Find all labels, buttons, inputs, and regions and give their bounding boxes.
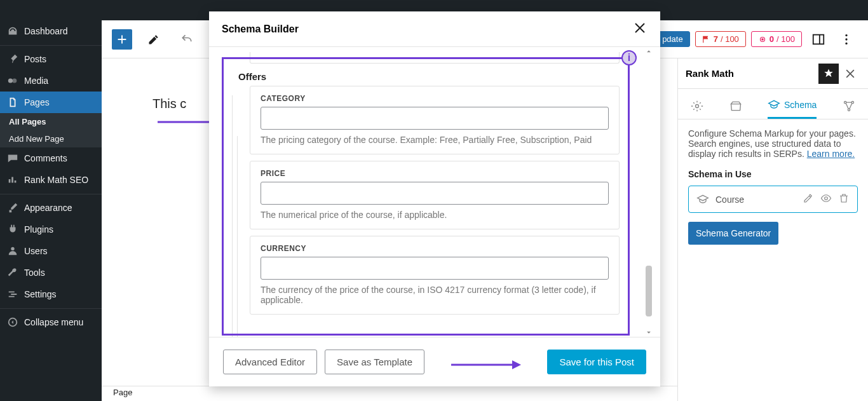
update-button[interactable]: pdate	[655, 31, 690, 47]
sidebar-item-rankmath[interactable]: Rank Math SEO	[0, 169, 102, 191]
category-label: CATEGORY	[261, 94, 609, 103]
currency-input[interactable]	[261, 257, 609, 280]
advanced-editor-button[interactable]: Advanced Editor	[223, 350, 317, 374]
sidebar-subitem-all-pages[interactable]: All Pages	[0, 113, 102, 130]
tab-links[interactable]	[843, 89, 855, 119]
sidebar-item-posts[interactable]: Posts	[0, 48, 102, 70]
sidebar-label: Tools	[24, 268, 45, 278]
collapse-icon	[6, 316, 19, 328]
price-input[interactable]	[261, 182, 609, 205]
target-icon	[758, 35, 767, 44]
sidebar-item-collapse[interactable]: Collapse menu	[0, 311, 102, 333]
sidebar-item-appearance[interactable]: Appearance	[0, 197, 102, 219]
rankmath-panel: Rank Math Schema Configure Schema Markup…	[677, 58, 868, 401]
user-icon	[6, 245, 19, 257]
category-input[interactable]	[261, 107, 609, 130]
schema-card-label: Course	[715, 194, 796, 205]
seo-score-1[interactable]: 7 / 100	[695, 31, 746, 47]
undo-icon[interactable]	[175, 28, 198, 51]
panel-tabs: Schema	[678, 89, 868, 119]
sidebar-label: Collapse menu	[24, 317, 83, 327]
sidebar-item-pages[interactable]: Pages	[0, 92, 102, 113]
sidebar-label: Posts	[24, 54, 46, 64]
brush-icon	[6, 202, 19, 214]
svg-point-14	[848, 109, 850, 111]
content-paragraph: This c	[153, 97, 186, 111]
currency-label: CURRENCY	[261, 244, 609, 253]
panel-title: Rank Math	[686, 68, 734, 79]
sidebar-item-comments[interactable]: Comments	[0, 147, 102, 169]
svg-point-8	[845, 34, 847, 36]
pin-icon	[6, 53, 19, 65]
svg-rect-6	[813, 34, 824, 44]
price-label: PRICE	[261, 169, 609, 178]
svg-point-11	[696, 104, 699, 107]
category-help: The pricing category of the course. Exam…	[261, 135, 609, 145]
scrollbar-thumb[interactable]	[646, 266, 652, 316]
sidebar-label: Settings	[24, 289, 57, 299]
preview-schema-button[interactable]	[820, 193, 832, 206]
schema-generator-button[interactable]: Schema Generator	[688, 222, 778, 245]
sidebar-item-tools[interactable]: Tools	[0, 262, 102, 283]
tab-general[interactable]	[691, 89, 703, 119]
comments-icon	[6, 153, 19, 164]
course-icon	[696, 193, 709, 206]
sliders-icon	[6, 289, 19, 300]
sidebar-label: Appearance	[24, 203, 72, 213]
schema-card-course: Course	[688, 186, 858, 213]
sidebar-item-users[interactable]: Users	[0, 240, 102, 262]
currency-field-group: CURRENCY The currency of the price of th…	[250, 236, 620, 315]
currency-help: The currency of the price of the course,…	[261, 285, 609, 305]
save-as-template-button[interactable]: Save as Template	[325, 350, 424, 374]
save-for-post-button[interactable]: Save for this Post	[547, 350, 646, 374]
offers-section-title: Offers	[238, 71, 642, 82]
star-button[interactable]	[818, 64, 839, 84]
sidebar-subitems: All Pages Add New Page	[0, 113, 102, 147]
svg-point-0	[8, 78, 13, 83]
delete-schema-button[interactable]	[838, 193, 850, 206]
wp-admin-sidebar: Dashboard Posts Media Pages All Pages Ad…	[0, 20, 102, 401]
close-panel-button[interactable]	[840, 64, 860, 84]
schema-description: Configure Schema Markup for your pages. …	[688, 128, 858, 159]
sidebar-label: Media	[24, 76, 48, 86]
sidebar-item-dashboard[interactable]: Dashboard	[0, 20, 102, 42]
edit-icon[interactable]	[142, 28, 165, 51]
sidebar-item-media[interactable]: Media	[0, 70, 102, 92]
price-help: The numerical price of the course, if ap…	[261, 210, 609, 220]
svg-point-5	[762, 38, 763, 39]
tab-schema[interactable]: Schema	[768, 89, 817, 119]
close-modal-button[interactable]	[632, 20, 648, 38]
sidebar-item-plugins[interactable]: Plugins	[0, 219, 102, 240]
sidebar-label: Rank Math SEO	[24, 175, 88, 185]
svg-point-10	[845, 42, 847, 44]
chart-icon	[6, 174, 19, 186]
schema-builder-modal: Schema Builder Offers CATEGORY The prici…	[209, 11, 660, 386]
learn-more-link[interactable]: Learn more.	[807, 149, 855, 159]
svg-point-1	[12, 78, 17, 83]
media-icon	[6, 75, 19, 86]
flag-icon	[702, 35, 711, 44]
seo-score-2[interactable]: 0 / 100	[751, 31, 802, 47]
svg-point-15	[825, 197, 828, 200]
pages-icon	[6, 97, 19, 108]
sidebar-label: Users	[24, 246, 48, 256]
modal-scrollbar[interactable]	[640, 47, 658, 337]
sidebar-subitem-add-new[interactable]: Add New Page	[0, 130, 102, 147]
add-block-button[interactable]	[112, 29, 132, 50]
tab-advanced[interactable]	[729, 89, 742, 119]
more-menu-icon[interactable]	[835, 28, 858, 51]
modal-footer: Advanced Editor Save as Template Save fo…	[209, 337, 660, 386]
price-field-group: PRICE The numerical price of the course,…	[250, 161, 620, 229]
plug-icon	[6, 224, 19, 235]
svg-point-2	[11, 247, 14, 250]
sidebar-label: Plugins	[24, 224, 53, 234]
sidebar-label: Comments	[24, 153, 67, 163]
svg-point-9	[845, 38, 847, 40]
dashboard-icon	[6, 25, 19, 37]
panel-toggle-icon[interactable]	[807, 28, 830, 51]
schema-in-use-heading: Schema in Use	[688, 169, 858, 179]
previous-field-cutoff	[250, 52, 620, 64]
category-field-group: CATEGORY The pricing category of the cou…	[250, 86, 620, 154]
sidebar-item-settings[interactable]: Settings	[0, 283, 102, 305]
edit-schema-button[interactable]	[803, 193, 814, 206]
